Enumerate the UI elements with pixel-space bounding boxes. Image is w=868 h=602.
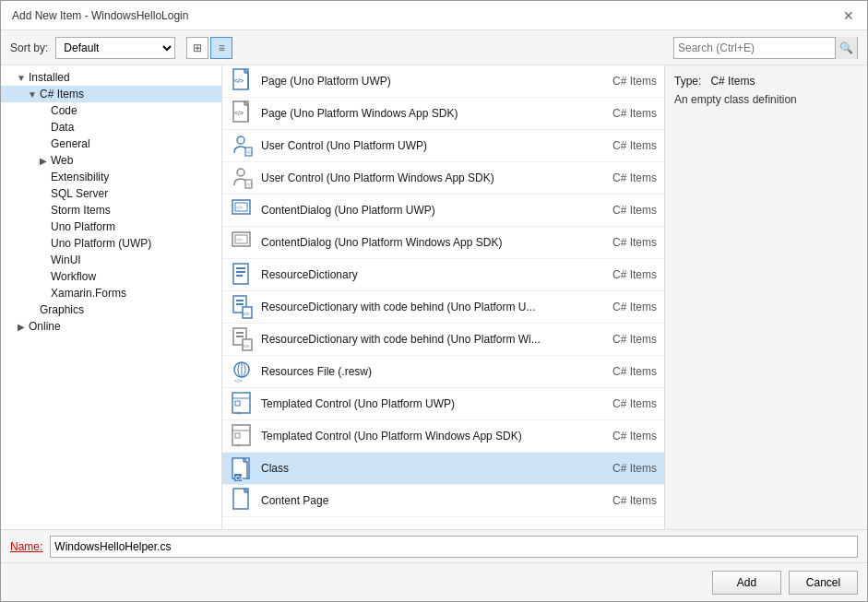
spacer-general xyxy=(38,139,49,149)
item-icon-page-uwp: </> xyxy=(230,68,256,94)
item-type-8: C# Items xyxy=(583,301,657,313)
titlebar: Add New Item - WindowsHelloLogin ✕ xyxy=(1,1,867,30)
toolbar: Sort by: DefaultNameType ⊞ ≡ 🔍 xyxy=(1,30,867,65)
svg-rect-25 xyxy=(236,300,244,301)
sidebar-item-code[interactable]: Code xyxy=(1,102,221,119)
sidebar-item-c-items[interactable]: ▼ C# Items xyxy=(1,86,221,102)
list-item[interactable]: Content Page C# Items xyxy=(222,485,664,517)
svg-rect-20 xyxy=(233,264,248,284)
list-item[interactable]: </> ContentDialog (Uno Platform Windows … xyxy=(222,227,664,259)
list-item[interactable]: </> Resources File (.resw) C# Items xyxy=(222,356,664,388)
expand-web-icon: ▶ xyxy=(38,156,49,166)
sidebar-item-uno-platform[interactable]: Uno Platform xyxy=(1,218,221,235)
add-button[interactable]: Add xyxy=(712,571,781,595)
search-input[interactable] xyxy=(674,38,835,58)
item-icon-page-sdk: </> xyxy=(230,100,256,126)
sidebar-item-sql-server-label: SQL Server xyxy=(51,187,108,200)
svg-text:</>: </> xyxy=(234,378,243,384)
item-icon-user-control-uwp: </> xyxy=(230,133,256,159)
svg-text:cs: cs xyxy=(244,311,249,316)
name-label: Name: xyxy=(10,540,42,553)
sidebar-item-general-label: General xyxy=(51,137,90,150)
list-item[interactable]: </> Templated Control (Uno Platform Wind… xyxy=(222,420,664,453)
sidebar-item-graphics[interactable]: Graphics xyxy=(1,301,221,318)
sidebar-item-uno-platform-uwp-label: Uno Platform (UWP) xyxy=(51,237,151,250)
sidebar-item-general[interactable]: General xyxy=(1,136,221,152)
sidebar-item-online[interactable]: ▶ Online xyxy=(1,318,221,335)
list-item[interactable]: </> Page (Uno Platform Windows App SDK) … xyxy=(222,98,664,130)
info-type-label: Type: xyxy=(674,75,701,88)
name-input[interactable] xyxy=(50,536,858,558)
search-icon[interactable]: 🔍 xyxy=(835,37,857,59)
items-panel: </> Page (Uno Platform UWP) C# Items xyxy=(222,65,664,529)
items-list: </> Page (Uno Platform UWP) C# Items xyxy=(222,65,664,529)
svg-rect-30 xyxy=(236,332,244,334)
list-item[interactable]: ResourceDictionary C# Items xyxy=(222,259,664,291)
sidebar-item-web-label: Web xyxy=(51,154,73,167)
list-item[interactable]: cs ResourceDictionary with code behind (… xyxy=(222,324,664,356)
list-item[interactable]: </> User Control (Uno Platform UWP) C# I… xyxy=(222,130,664,162)
list-item[interactable]: </> Page (Uno Platform UWP) C# Items xyxy=(222,65,664,98)
svg-rect-21 xyxy=(236,267,245,269)
item-type-13: C# Items xyxy=(583,462,657,475)
sidebar-item-code-label: Code xyxy=(51,104,77,117)
expand-c-items-icon: ▼ xyxy=(27,89,38,100)
list-item[interactable]: cs ResourceDictionary with code behind (… xyxy=(222,291,664,324)
spacer-ext xyxy=(38,172,49,183)
dialog: Add New Item - WindowsHelloLogin ✕ Sort … xyxy=(0,0,868,602)
item-name-5: ContentDialog (Uno Platform UWP) xyxy=(261,204,583,217)
item-name-4: User Control (Uno Platform Windows App S… xyxy=(261,171,583,184)
info-type-value: C# Items xyxy=(710,75,755,88)
svg-text:</>: </> xyxy=(236,205,243,210)
sidebar-item-workflow-label: Workflow xyxy=(51,270,96,283)
spacer-uno-uwp xyxy=(38,239,49,249)
item-name-13: Class xyxy=(261,462,583,475)
svg-point-11 xyxy=(237,169,244,176)
svg-rect-22 xyxy=(236,271,245,273)
sidebar-item-extensibility[interactable]: Extensibility xyxy=(1,169,221,185)
item-name-14: Content Page xyxy=(261,494,583,507)
spacer-data xyxy=(38,123,49,133)
item-name-6: ContentDialog (Uno Platform Windows App … xyxy=(261,236,583,249)
sidebar-item-data-label: Data xyxy=(51,121,74,134)
item-icon-templated-uwp: </> xyxy=(230,391,256,417)
sidebar-item-sql-server[interactable]: SQL Server xyxy=(1,185,221,202)
svg-text:C#: C# xyxy=(235,475,244,481)
item-name-11: Templated Control (Uno Platform UWP) xyxy=(261,397,583,410)
expand-installed-icon: ▼ xyxy=(16,73,27,83)
sidebar-item-uno-platform-uwp[interactable]: Uno Platform (UWP) xyxy=(1,235,221,252)
view-list-button[interactable]: ≡ xyxy=(210,37,232,59)
sidebar-item-workflow[interactable]: Workflow xyxy=(1,268,221,285)
sidebar-item-installed-label: Installed xyxy=(29,71,70,84)
svg-point-8 xyxy=(237,136,244,144)
list-item[interactable]: </> ContentDialog (Uno Platform UWP) C# … xyxy=(222,195,664,227)
item-type-5: C# Items xyxy=(583,204,657,217)
cancel-button[interactable]: Cancel xyxy=(789,571,858,595)
item-name-3: User Control (Uno Platform UWP) xyxy=(261,139,583,152)
sidebar-item-web[interactable]: ▶ Web xyxy=(1,152,221,169)
search-box: 🔍 xyxy=(673,37,858,59)
item-type-14: C# Items xyxy=(583,494,657,507)
list-item[interactable]: </> User Control (Uno Platform Windows A… xyxy=(222,162,664,195)
svg-text:</>: </> xyxy=(235,443,242,448)
sort-select[interactable]: DefaultNameType xyxy=(55,37,175,59)
item-name-7: ResourceDictionary xyxy=(261,268,583,281)
close-button[interactable]: ✕ xyxy=(841,8,856,23)
svg-text:</>: </> xyxy=(236,237,243,242)
sidebar-item-installed[interactable]: ▼ Installed xyxy=(1,69,221,86)
sidebar-item-xamarin-forms[interactable]: Xamarin.Forms xyxy=(1,285,221,301)
sidebar-item-winui[interactable]: WinUI xyxy=(1,252,221,268)
item-type-10: C# Items xyxy=(583,365,657,378)
item-icon-content-page xyxy=(230,488,256,513)
sidebar-item-storm-items[interactable]: Storm Items xyxy=(1,202,221,218)
item-icon-contentdialog-uwp: </> xyxy=(230,197,256,223)
list-item-class[interactable]: C# Class C# Items xyxy=(222,453,664,485)
list-item[interactable]: </> Templated Control (Uno Platform UWP)… xyxy=(222,388,664,420)
sidebar-item-data[interactable]: Data xyxy=(1,119,221,136)
item-icon-resources-file: </> xyxy=(230,359,256,384)
view-grid-button[interactable]: ⊞ xyxy=(186,37,208,59)
info-type-row: Type: C# Items xyxy=(674,75,858,88)
item-type-2: C# Items xyxy=(583,107,657,120)
dialog-title: Add New Item - WindowsHelloLogin xyxy=(12,9,188,22)
sidebar-item-graphics-label: Graphics xyxy=(40,303,84,316)
